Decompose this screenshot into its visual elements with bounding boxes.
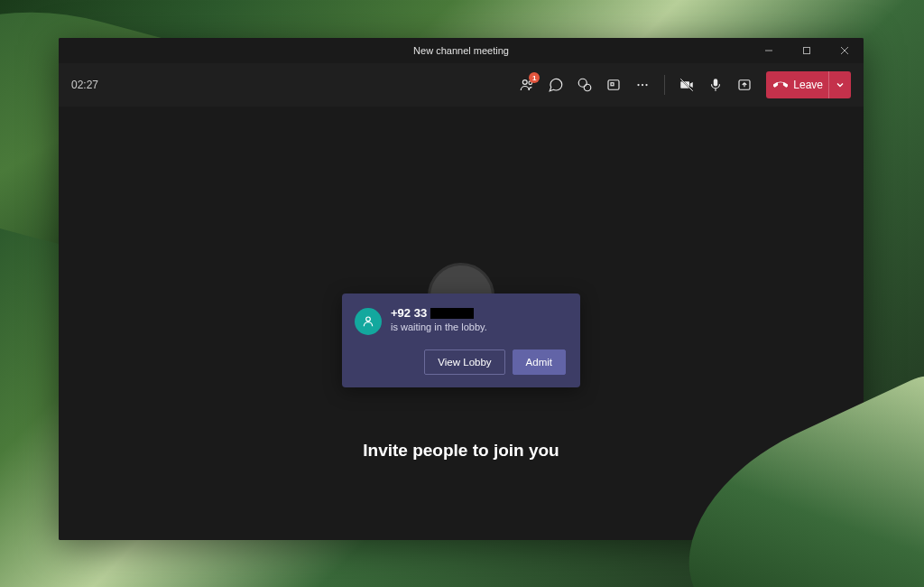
leave-button[interactable]: Leave <box>766 71 851 98</box>
share-button[interactable] <box>730 70 759 99</box>
svg-point-6 <box>579 79 587 87</box>
redacted-number <box>430 308 474 319</box>
svg-point-4 <box>523 80 528 85</box>
title-bar: New channel meeting <box>59 38 864 63</box>
view-lobby-button[interactable]: View Lobby <box>424 349 504 375</box>
reactions-button[interactable] <box>570 70 599 99</box>
close-button[interactable] <box>826 38 864 63</box>
leave-label: Leave <box>793 79 828 91</box>
svg-rect-15 <box>714 79 718 86</box>
svg-point-11 <box>642 84 643 86</box>
invite-heading: Invite people to join you <box>59 441 864 461</box>
lobby-subtitle: is waiting in the lobby. <box>391 321 487 332</box>
participants-button[interactable]: 1 <box>513 70 541 99</box>
caller-number: +92 33 <box>391 306 487 320</box>
caller-avatar-icon <box>355 308 382 335</box>
svg-rect-9 <box>611 83 614 86</box>
mic-button[interactable] <box>701 70 730 99</box>
toolbar-divider <box>664 75 665 95</box>
meeting-stage: +92 33 is waiting in the lobby. View Lob… <box>59 107 864 540</box>
maximize-button[interactable] <box>788 38 826 63</box>
hangup-icon <box>773 78 788 92</box>
minimize-button[interactable] <box>750 38 788 63</box>
leave-chevron[interactable] <box>828 71 851 98</box>
svg-point-7 <box>585 84 592 91</box>
call-timer: 02:27 <box>71 79 98 91</box>
lobby-notification: +92 33 is waiting in the lobby. View Lob… <box>342 294 580 387</box>
svg-rect-1 <box>804 48 810 54</box>
admit-button[interactable]: Admit <box>513 349 566 375</box>
meeting-toolbar: 02:27 1 Leave <box>59 63 864 107</box>
chat-button[interactable] <box>541 70 570 99</box>
svg-point-12 <box>646 84 648 86</box>
camera-button[interactable] <box>672 70 701 99</box>
participants-badge: 1 <box>529 72 540 83</box>
svg-point-10 <box>638 84 640 86</box>
svg-point-17 <box>366 317 371 321</box>
rooms-button[interactable] <box>599 70 628 99</box>
window-title: New channel meeting <box>413 45 509 56</box>
more-actions-button[interactable] <box>628 70 657 99</box>
app-window: New channel meeting 02:27 1 <box>59 38 864 540</box>
